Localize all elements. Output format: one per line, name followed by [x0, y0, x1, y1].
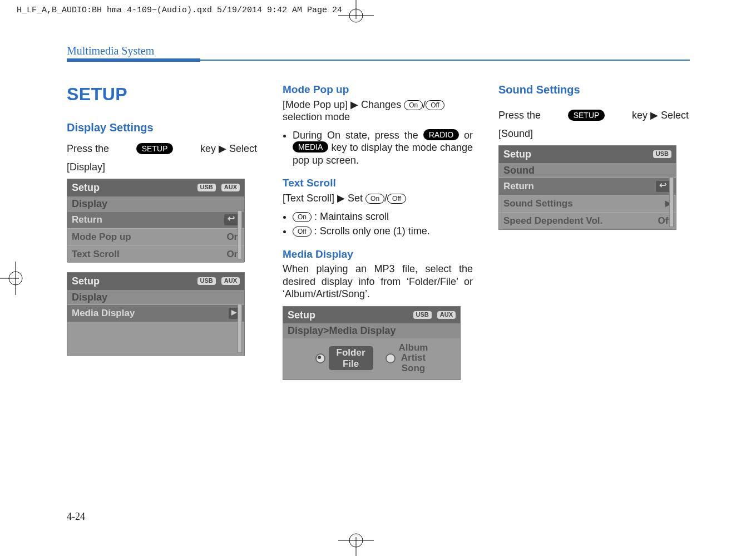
screenshot-display-2: Setup USB AUX Display Media Display: [67, 272, 245, 356]
radio-selected-icon: [315, 353, 325, 363]
setup-key-pill: SETUP: [568, 110, 605, 121]
shot-title: Setup: [72, 275, 100, 288]
row-return[interactable]: Return: [499, 178, 676, 195]
screenshot-display-1: Setup USB AUX Display Return Mode Pop up…: [67, 179, 245, 262]
media-key-pill: MEDIA: [293, 141, 328, 152]
shot-subtitle: Display: [67, 290, 244, 305]
aux-tag-icon: AUX: [437, 311, 456, 319]
row-label: Mode Pop up: [72, 231, 131, 243]
mode-popup-bullet: During On state, press the RADIO or MEDI…: [293, 129, 473, 167]
media-display-heading: Media Display: [283, 248, 473, 261]
svg-point-5: [349, 534, 363, 547]
scrollbar[interactable]: [238, 210, 242, 259]
text: Album: [399, 342, 428, 353]
page-number: 4-24: [67, 511, 85, 523]
text: During On state, press the: [293, 130, 423, 141]
shot-subtitle: Sound: [499, 163, 676, 178]
row-label: Return: [503, 180, 534, 192]
usb-tag-icon: USB: [197, 184, 216, 191]
row-return[interactable]: Return: [67, 211, 244, 228]
scrollbar[interactable]: [669, 177, 674, 227]
on-button-icon: On: [365, 194, 384, 204]
row-label: Media Display: [72, 307, 135, 319]
text: key ▶ Select: [200, 142, 257, 155]
text: selection mode: [283, 111, 350, 122]
shot-title: Setup: [503, 148, 531, 161]
row-label: Return: [72, 214, 102, 225]
crop-header: H_LF_A,B_AUDIO:BH hma 4-109~(Audio).qxd …: [17, 6, 342, 15]
row-speed-dependent-vol[interactable]: Speed Dependent Vol. Off: [499, 212, 676, 229]
shot-subtitle: Display: [67, 196, 244, 211]
usb-tag-icon: USB: [653, 150, 671, 158]
text: Artist: [401, 352, 426, 363]
press-setup-sound: Press the SETUP key ▶ Select: [498, 109, 689, 122]
svg-point-8: [9, 272, 22, 285]
text: [Mode Pop up] ▶ Changes: [283, 99, 404, 110]
select-display-text: [Display]: [67, 161, 257, 174]
shot-title: Setup: [72, 181, 100, 194]
media-display-text: When playing an MP3 file, select the des…: [283, 263, 473, 301]
display-settings-heading: Display Settings: [67, 121, 257, 135]
text-scroll-line: [Text Scroll] ▶ Set On/Off: [283, 192, 473, 205]
running-head: Multimedia System: [67, 45, 690, 60]
col-1: SETUP Display Settings Press the SETUP k…: [67, 83, 257, 390]
option-album-artist-song[interactable]: Album Artist Song: [386, 343, 428, 374]
shot-subtitle: Display>Media Display: [283, 323, 460, 338]
col-3: Sound Settings Press the SETUP key ▶ Sel…: [498, 83, 689, 390]
text-scroll-on-bullet: On : Maintains scroll: [293, 210, 473, 223]
sound-settings-heading: Sound Settings: [498, 83, 689, 97]
row-mode-popup[interactable]: Mode Pop up On: [67, 228, 244, 245]
setup-key-pill: SETUP: [136, 143, 174, 154]
radio-unselected-icon: [386, 353, 396, 363]
text: Press the: [67, 142, 109, 155]
row-label: Sound Settings: [503, 198, 573, 209]
radio-key-pill: RADIO: [423, 129, 459, 140]
on-button-icon: On: [404, 100, 423, 110]
aux-tag-icon: AUX: [221, 184, 240, 191]
off-button-icon: Off: [293, 227, 312, 237]
aux-tag-icon: AUX: [221, 277, 240, 285]
row-sound-settings[interactable]: Sound Settings ▶: [499, 195, 676, 212]
shot-title: Setup: [288, 309, 315, 322]
select-sound-text: [Sound]: [498, 127, 689, 140]
option-folder-file[interactable]: Folder File: [315, 346, 373, 370]
text-scroll-heading: Text Scroll: [283, 176, 473, 190]
on-button-icon: On: [293, 212, 312, 222]
row-label: Text Scroll: [72, 248, 120, 260]
usb-tag-icon: USB: [197, 277, 216, 285]
screenshot-sound: Setup USB Sound Return Sound Settings ▶ …: [498, 145, 676, 230]
header-rule: [67, 60, 690, 61]
row-media-display[interactable]: Media Display: [67, 304, 244, 322]
text: : Scrolls only one (1) time.: [312, 225, 430, 237]
row-label: Speed Dependent Vol.: [503, 215, 602, 227]
svg-point-2: [349, 9, 363, 22]
col-2: Mode Pop up [Mode Pop up] ▶ Changes On/O…: [283, 83, 473, 390]
screenshot-media-display: Setup USB AUX Display>Media Display Fold…: [283, 306, 461, 380]
text: Press the: [498, 109, 541, 122]
row-text-scroll[interactable]: Text Scroll On: [67, 245, 244, 263]
usb-tag-icon: USB: [413, 311, 432, 319]
setup-heading: SETUP: [67, 83, 257, 105]
mode-popup-line: [Mode Pop up] ▶ Changes On/Off selection…: [283, 99, 473, 124]
text: Song: [402, 363, 426, 373]
press-setup-display: Press the SETUP key ▶ Select: [67, 142, 257, 155]
text: : Maintains scroll: [312, 211, 389, 222]
off-button-icon: Off: [426, 100, 444, 110]
scrollbar[interactable]: [238, 304, 242, 353]
text: or: [464, 130, 473, 141]
off-button-icon: Off: [387, 194, 406, 204]
mode-popup-heading: Mode Pop up: [283, 83, 473, 96]
text-scroll-off-bullet: Off : Scrolls only one (1) time.: [293, 225, 473, 238]
text: File: [343, 358, 359, 369]
text: Folder: [337, 347, 365, 358]
text: key ▶ Select: [632, 109, 689, 122]
text: [Text Scroll] ▶ Set: [283, 193, 365, 204]
